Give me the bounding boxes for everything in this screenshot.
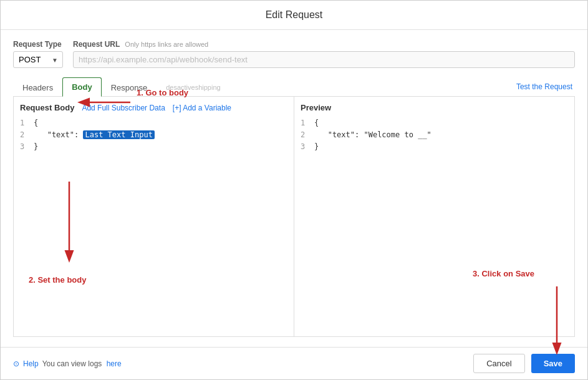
code-text-1: { (34, 117, 38, 129)
modal-title: Edit Request (1, 1, 587, 30)
save-arrow (547, 286, 566, 361)
help-icon: ⊙ (13, 359, 19, 368)
add-variable-link[interactable]: [+] Add a Variable (173, 104, 231, 112)
request-type-group: Request Type POST GET PUT DELETE ▼ (13, 40, 63, 68)
left-panel-title: Request Body (20, 103, 74, 112)
log-link[interactable]: here (107, 359, 122, 368)
url-label: Request URL (73, 40, 120, 49)
test-request-link[interactable]: Test the Request (516, 82, 575, 91)
preview-line-num-1: 1 (301, 117, 309, 129)
form-row: Request Type POST GET PUT DELETE ▼ Reque… (13, 40, 575, 68)
preview-line-num-3: 3 (301, 141, 309, 153)
tab-response[interactable]: Response (102, 78, 157, 97)
preview-line-2: 2 "text": "Welcome to __" (301, 129, 568, 141)
preview-text-2: "text": "Welcome to __" (314, 129, 431, 141)
footer-hint: You can view logs here (42, 359, 122, 368)
left-panel: Request Body Add Full Subscriber Data [+… (14, 97, 294, 336)
last-text-input-highlight: Last Text Input (83, 130, 154, 139)
preview-code: 1 { 2 "text": "Welcome to __" 3 } (301, 117, 568, 153)
annotation-click-save: 3. Click on Save (473, 269, 534, 278)
line-num-3: 3 (20, 141, 29, 153)
cancel-button[interactable]: Cancel (473, 354, 524, 373)
url-label-row: Request URL Only https links are allowed (73, 40, 575, 49)
request-type-label: Request Type (13, 40, 63, 49)
preview-line-num-2: 2 (301, 129, 309, 141)
code-line-2: 2 "text": Last Text Input (20, 129, 287, 141)
code-text-3: } (34, 141, 38, 153)
preview-text-3: } (314, 141, 319, 153)
code-line-3: 3 } (20, 141, 287, 153)
right-panel-title: Preview (301, 103, 331, 112)
url-hint: Only https links are allowed (125, 41, 208, 48)
code-line-1: 1 { (20, 117, 287, 129)
request-type-select[interactable]: POST GET PUT DELETE (13, 51, 63, 68)
content-area: Request Body Add Full Subscriber Data [+… (13, 97, 575, 337)
tab-deactivated[interactable]: desactiveshipping (157, 79, 229, 95)
left-panel-toolbar: Request Body Add Full Subscriber Data [+… (20, 103, 287, 112)
help-link[interactable]: Help (23, 359, 39, 368)
request-body-code: 1 { 2 "text": Last Text Input 3 } (20, 117, 287, 153)
preview-line-1: 1 { (301, 117, 568, 129)
tab-headers[interactable]: Headers (13, 78, 62, 97)
modal-container: Edit Request Request Type POST GET PUT D… (0, 0, 588, 380)
modal-footer: ⊙ Help You can view logs here Cancel Sav… (1, 347, 587, 379)
code-text-2: "text": Last Text Input (34, 129, 155, 141)
preview-line-3: 3 } (301, 141, 568, 153)
right-panel-toolbar: Preview (301, 103, 568, 112)
right-panel: Preview 1 { 2 "text": "Welcome to __" 3 … (294, 97, 574, 336)
annotation-set-body: 2. Set the body (29, 275, 86, 285)
add-subscriber-link[interactable]: Add Full Subscriber Data (82, 104, 165, 112)
url-input[interactable] (73, 51, 575, 68)
url-group: Request URL Only https links are allowed (73, 40, 575, 68)
tab-body[interactable]: Body (62, 77, 102, 97)
tabs-row: Headers Body Response desactiveshipping … (13, 77, 575, 97)
request-type-select-wrapper[interactable]: POST GET PUT DELETE ▼ (13, 51, 63, 68)
line-num-2: 2 (20, 129, 29, 141)
modal-body: Request Type POST GET PUT DELETE ▼ Reque… (1, 30, 587, 347)
set-body-arrow (60, 182, 79, 269)
line-num-1: 1 (20, 117, 29, 129)
footer-left: ⊙ Help You can view logs here (13, 359, 122, 368)
preview-text-1: { (314, 117, 319, 129)
